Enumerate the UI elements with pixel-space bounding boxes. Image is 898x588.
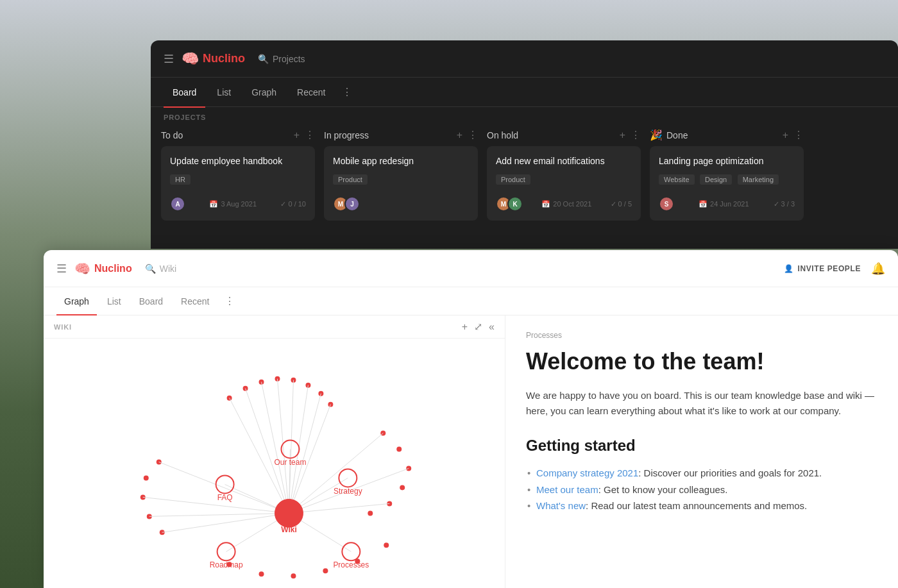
node-processes[interactable]	[342, 542, 360, 560]
avatar-group-handbook: A	[170, 196, 185, 212]
link-strategy[interactable]: Company strategy 2021	[536, 467, 638, 478]
tab-board-top[interactable]: Board	[164, 82, 205, 103]
bottom-tabs: Graph List Board Recent ⋮	[44, 287, 898, 315]
hamburger-icon-top[interactable]: ☰	[164, 52, 174, 66]
wiki-section-label: WIKI	[54, 323, 72, 331]
card-date-email: 📅 20 Oct 2021	[541, 200, 591, 208]
card-title-email: Add new email notifications	[496, 155, 632, 167]
more-options-icon-done[interactable]: ⋮	[793, 129, 804, 141]
bottom-content: WIKI + ⤢ «	[44, 315, 898, 588]
card-email-notifications[interactable]: Add new email notifications Product M K …	[487, 146, 641, 221]
logo-text-top: Nuclino	[203, 52, 245, 65]
hamburger-icon-bottom[interactable]: ☰	[56, 262, 67, 276]
search-area-top[interactable]: 🔍 Projects	[258, 54, 305, 64]
tab-recent-top[interactable]: Recent	[288, 82, 334, 103]
column-title-done: Done	[666, 130, 688, 140]
breadcrumb: Processes	[526, 331, 877, 340]
column-header-onhold: On hold + ⋮	[487, 129, 641, 141]
avatar-landing-1: S	[659, 196, 674, 212]
more-tabs-icon-bottom[interactable]: ⋮	[219, 291, 240, 311]
column-done: 🎉 Done + ⋮ Landing page optimization Web…	[650, 129, 804, 221]
card-tag-design: Design	[700, 174, 732, 185]
link-team[interactable]: Meet our team	[536, 484, 598, 495]
card-employee-handbook[interactable]: Update employee handbook HR A 📅 3 Aug 20…	[161, 146, 315, 221]
more-options-icon-inprogress[interactable]: ⋮	[468, 129, 478, 141]
graph-toolbar: WIKI + ⤢ «	[44, 315, 505, 339]
column-actions-done: + ⋮	[783, 129, 804, 141]
board-columns: To do + ⋮ Update employee handbook HR A …	[151, 124, 898, 226]
tab-graph-bottom[interactable]: Graph	[56, 292, 97, 310]
card-mobile-redesign[interactable]: Mobile app redesign Product M J	[324, 146, 478, 221]
more-options-icon-todo[interactable]: ⋮	[305, 129, 315, 141]
graph-visualization[interactable]: Our team Strategy FAQ Roadmap Processes	[44, 339, 505, 585]
add-node-icon[interactable]: +	[462, 321, 468, 333]
column-title-inprogress: In progress	[324, 130, 369, 140]
graph-dot-12	[400, 485, 405, 490]
logo-brain-icon-top: 🧠	[182, 51, 199, 67]
card-tag-hr: HR	[170, 174, 191, 185]
page-title: Welcome to the team!	[526, 348, 877, 375]
line-wiki-dot6	[289, 385, 308, 514]
node-label-wiki: Wiki	[281, 525, 297, 534]
line-wiki-dot18	[149, 513, 289, 516]
projects-section-label: PROJECTS	[151, 107, 898, 124]
node-label-roadmap: Roadmap	[210, 560, 243, 569]
column-actions-onhold: + ⋮	[620, 129, 641, 141]
graph-dot-22	[291, 573, 296, 578]
column-todo: To do + ⋮ Update employee handbook HR A …	[161, 129, 315, 221]
node-label-strategy: Strategy	[334, 487, 362, 496]
line-wiki-dot19	[162, 513, 289, 532]
card-tag-website: Website	[659, 174, 695, 185]
add-card-icon-inprogress[interactable]: +	[457, 130, 462, 141]
column-title-onhold: On hold	[487, 130, 518, 140]
add-card-icon-done[interactable]: +	[783, 130, 788, 141]
search-icon-top: 🔍	[258, 54, 269, 64]
collapse-icon[interactable]: «	[489, 321, 495, 333]
line-wiki-dot13	[289, 503, 389, 513]
date-icon-handbook: 📅	[209, 200, 218, 208]
column-title-todo: To do	[161, 130, 183, 140]
node-label-faq: FAQ	[217, 493, 233, 502]
line-wiki-dot4	[277, 379, 289, 514]
card-progress-email: ✓ 0 / 5	[611, 200, 632, 208]
column-header-inprogress: In progress + ⋮	[324, 129, 478, 141]
logo-text-bottom: Nuclino	[94, 263, 132, 274]
top-panel: ☰ 🧠 Nuclino 🔍 Projects Board List Graph …	[151, 40, 898, 249]
node-wiki-center[interactable]	[275, 499, 303, 527]
date-icon-email: 📅	[541, 200, 550, 208]
graph-dot-21	[259, 571, 264, 576]
line-wiki-dot5	[289, 380, 293, 514]
tab-recent-bottom[interactable]: Recent	[173, 292, 217, 310]
more-tabs-icon-top[interactable]: ⋮	[337, 81, 357, 103]
line-wiki-dot9	[289, 433, 383, 514]
graph-dot-23	[323, 568, 328, 573]
card-tag-product-email: Product	[496, 174, 530, 185]
link-new[interactable]: What's new	[536, 500, 586, 511]
more-options-icon-onhold[interactable]: ⋮	[631, 129, 641, 141]
search-area-bottom[interactable]: 🔍 Wiki	[145, 264, 176, 274]
tab-graph-top[interactable]: Graph	[242, 82, 285, 103]
top-tabs: Board List Graph Recent ⋮	[151, 78, 898, 107]
graph-dot-25	[384, 542, 389, 548]
expand-icon[interactable]: ⤢	[474, 321, 482, 333]
search-label-bottom: Wiki	[160, 264, 176, 274]
avatar-email-2: K	[507, 196, 523, 212]
search-icon-bottom: 🔍	[145, 264, 156, 274]
tab-board-bottom[interactable]: Board	[131, 292, 171, 310]
notifications-bell-icon[interactable]: 🔔	[871, 262, 885, 276]
graph-dot-16	[144, 475, 149, 480]
top-header: ☰ 🧠 Nuclino 🔍 Projects	[151, 40, 898, 78]
add-card-icon-onhold[interactable]: +	[620, 130, 625, 141]
avatar-group-landing: S	[659, 196, 674, 212]
header-right: 👤 INVITE PEOPLE 🔔	[784, 262, 885, 276]
tab-list-top[interactable]: List	[208, 82, 240, 103]
invite-people-button[interactable]: 👤 INVITE PEOPLE	[784, 264, 861, 273]
getting-started-heading: Getting started	[526, 437, 877, 455]
card-landing-page[interactable]: Landing page optimization Website Design…	[650, 146, 804, 221]
link-team-desc: : Get to know your colleagues.	[598, 484, 728, 495]
list-item-team: Meet our team: Get to know your colleagu…	[526, 482, 877, 498]
tab-list-bottom[interactable]: List	[99, 292, 129, 310]
bottom-header: ☰ 🧠 Nuclino 🔍 Wiki 👤 INVITE PEOPLE 🔔	[44, 250, 898, 287]
line-wiki-dot7	[289, 394, 321, 514]
add-card-icon-todo[interactable]: +	[294, 130, 300, 141]
